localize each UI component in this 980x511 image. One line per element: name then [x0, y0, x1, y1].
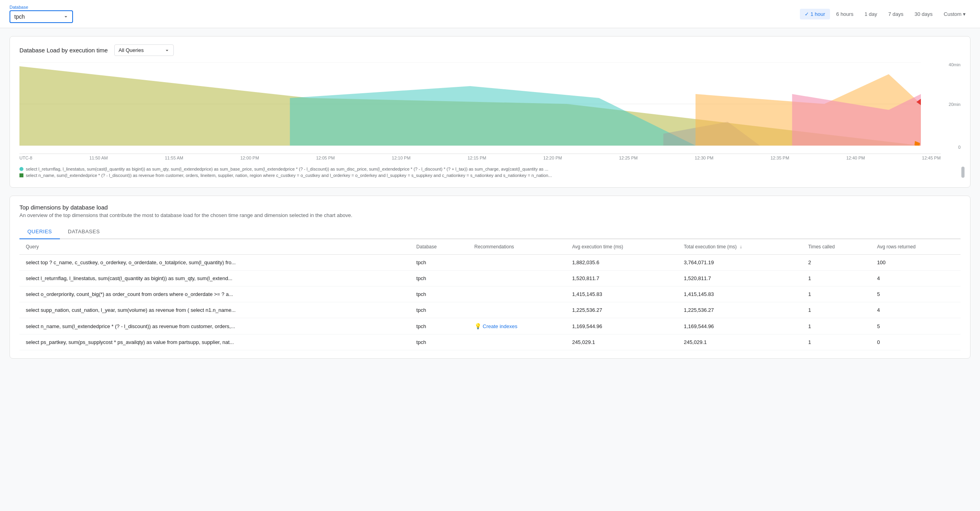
- y-label-40: 40min: [949, 62, 961, 67]
- cell-database: tpch: [410, 302, 468, 318]
- table-row: select o_orderpriority, count_big(*) as …: [19, 286, 961, 302]
- time-btn-30d[interactable]: 30 days: [910, 9, 938, 19]
- chart-card: Database Load by execution time All Quer…: [10, 36, 970, 188]
- x-label-1240: 12:40 PM: [846, 156, 865, 160]
- table-row: select l_returnflag, l_linestatus, sum(c…: [19, 271, 961, 286]
- table-row: select supp_nation, cust_nation, l_year,…: [19, 302, 961, 318]
- data-table: Query Database Recommendations Avg execu…: [19, 239, 961, 350]
- cell-recommendations: [468, 302, 566, 318]
- cell-avg-rows: 4: [870, 302, 961, 318]
- bulb-icon: 💡: [475, 323, 481, 329]
- col-times-called: Times called: [802, 239, 871, 255]
- cell-avg-rows: 100: [870, 255, 961, 271]
- table-row: select top ? c_name, c_custkey, o_orderk…: [19, 255, 961, 271]
- header-bar: Database tpch postgres mydb 1 hour 6 hou…: [0, 0, 980, 28]
- time-btn-1d[interactable]: 1 day: [860, 9, 882, 19]
- x-label-1225: 12:25 PM: [619, 156, 638, 160]
- tab-queries[interactable]: QUERIES: [19, 225, 60, 239]
- x-label-1155: 11:55 AM: [165, 156, 183, 160]
- x-label-utc: UTC-8: [19, 156, 32, 160]
- cell-avg-exec: 1,169,544.96: [566, 318, 678, 334]
- y-label-0: 0: [958, 145, 961, 150]
- sort-icon-total-exec: ↓: [740, 244, 742, 250]
- db-label: Database: [10, 5, 73, 10]
- legend-scrollbar[interactable]: [961, 167, 965, 178]
- cell-times-called: 2: [802, 255, 871, 271]
- tab-databases[interactable]: DATABASES: [60, 225, 108, 239]
- cell-total-exec: 245,029.1: [677, 334, 801, 350]
- cell-total-exec: 3,764,071.19: [677, 255, 801, 271]
- table-row: select n_name, sum(l_extendedprice * (? …: [19, 318, 961, 334]
- x-label-1150: 11:50 AM: [89, 156, 108, 160]
- cell-avg-rows: 5: [870, 318, 961, 334]
- cell-times-called: 1: [802, 286, 871, 302]
- cell-database: tpch: [410, 318, 468, 334]
- legend-item-2: select n_name, sum(l_extendedprice * (? …: [19, 173, 961, 178]
- time-btn-1h[interactable]: 1 hour: [800, 9, 830, 19]
- y-label-20: 20min: [949, 102, 961, 107]
- legend-text-2: select n_name, sum(l_extendedprice * (? …: [26, 173, 552, 178]
- db-selector-wrapper: Database tpch postgres mydb: [10, 5, 73, 23]
- x-label-1205: 12:05 PM: [316, 156, 335, 160]
- cell-recommendations[interactable]: 💡 Create indexes: [468, 318, 566, 334]
- x-axis: UTC-8 11:50 AM 11:55 AM 12:00 PM 12:05 P…: [19, 154, 941, 162]
- cell-times-called: 1: [802, 271, 871, 286]
- time-btn-7d[interactable]: 7 days: [884, 9, 908, 19]
- cell-times-called: 1: [802, 318, 871, 334]
- legend-square-2: [19, 173, 23, 177]
- x-label-1210: 12:10 PM: [392, 156, 411, 160]
- db-select[interactable]: tpch postgres mydb: [10, 10, 73, 23]
- cell-query: select l_returnflag, l_linestatus, sum(c…: [19, 271, 410, 286]
- cell-times-called: 1: [802, 334, 871, 350]
- cell-total-exec: 1,169,544.96: [677, 318, 801, 334]
- dimensions-title: Top dimensions by database load: [19, 204, 961, 211]
- cell-total-exec: 1,415,145.83: [677, 286, 801, 302]
- x-label-1230: 12:30 PM: [695, 156, 713, 160]
- cell-avg-exec: 1,225,536.27: [566, 302, 678, 318]
- cell-database: tpch: [410, 334, 468, 350]
- x-label-1245: 12:45 PM: [922, 156, 941, 160]
- legend: select l_returnflag, l_linestatus, sum(c…: [19, 167, 961, 178]
- cell-recommendations: [468, 271, 566, 286]
- time-btn-6h[interactable]: 6 hours: [832, 9, 858, 19]
- cell-times-called: 1: [802, 302, 871, 318]
- cell-recommendations: [468, 255, 566, 271]
- cell-recommendations: [468, 286, 566, 302]
- col-avg-rows: Avg rows returned: [870, 239, 961, 255]
- legend-text-1: select l_returnflag, l_linestatus, sum(c…: [26, 167, 548, 171]
- cell-recommendations: [468, 334, 566, 350]
- chart-svg: [19, 62, 921, 146]
- cell-query: select ps_partkey, sum(ps_supplycost * p…: [19, 334, 410, 350]
- cell-query: select supp_nation, cust_nation, l_year,…: [19, 302, 410, 318]
- cell-query: select top ? c_name, c_custkey, o_orderk…: [19, 255, 410, 271]
- tabs: QUERIES DATABASES: [19, 225, 961, 239]
- cell-query: select o_orderpriority, count_big(*) as …: [19, 286, 410, 302]
- svg-marker-4: [290, 86, 696, 146]
- col-query: Query: [19, 239, 410, 255]
- x-label-1200: 12:00 PM: [240, 156, 259, 160]
- time-range-bar: 1 hour 6 hours 1 day 7 days 30 days Cust…: [800, 9, 970, 19]
- cell-avg-rows: 5: [870, 286, 961, 302]
- time-btn-custom[interactable]: Custom ▾: [939, 9, 970, 19]
- cell-total-exec: 1,225,536.27: [677, 302, 801, 318]
- cell-database: tpch: [410, 286, 468, 302]
- x-label-1220: 12:20 PM: [543, 156, 562, 160]
- chart-title: Database Load by execution time: [19, 47, 108, 54]
- col-recommendations: Recommendations: [468, 239, 566, 255]
- col-total-exec[interactable]: Total execution time (ms) ↓: [677, 239, 801, 255]
- cell-avg-rows: 4: [870, 271, 961, 286]
- cell-database: tpch: [410, 271, 468, 286]
- cell-total-exec: 1,520,811.7: [677, 271, 801, 286]
- legend-dot-1: [19, 167, 23, 171]
- create-indexes-link[interactable]: 💡 Create indexes: [475, 323, 559, 329]
- cell-query: select n_name, sum(l_extendedprice * (? …: [19, 318, 410, 334]
- dimensions-card: Top dimensions by database load An overv…: [10, 196, 970, 359]
- col-database: Database: [410, 239, 468, 255]
- x-label-1215: 12:15 PM: [467, 156, 486, 160]
- cell-avg-exec: 245,029.1: [566, 334, 678, 350]
- cell-avg-exec: 1,415,145.83: [566, 286, 678, 302]
- cell-database: tpch: [410, 255, 468, 271]
- query-filter-select[interactable]: All Queries Specific Query: [114, 44, 174, 56]
- cell-avg-exec: 1,882,035.6: [566, 255, 678, 271]
- x-label-1235: 12:35 PM: [771, 156, 789, 160]
